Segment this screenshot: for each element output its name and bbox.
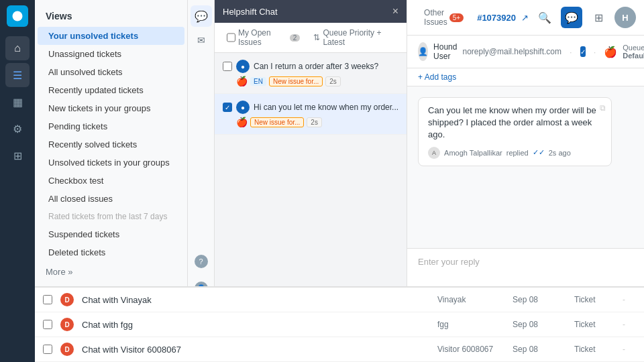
queue-tab-priority-label: Queue Priority + Latest — [323, 28, 394, 47]
ticket-2-title: Chat with Visitor 6008067 — [82, 345, 429, 355]
tag-time-1: 2s — [307, 117, 322, 127]
ticket-0-checkbox[interactable] — [43, 295, 52, 304]
nav-apps-icon[interactable]: ⊞ — [5, 143, 30, 168]
sidebar-more[interactable]: More » — [35, 261, 187, 282]
external-link-icon[interactable]: ↗ — [521, 13, 529, 23]
message-time: 2s ago — [549, 149, 571, 157]
ticket-2-type: Ticket — [574, 345, 614, 354]
sidebar-item-recently-solved[interactable]: Recently solved tickets — [38, 135, 184, 154]
sidebar-item-unsolved-groups[interactable]: Unsolved tickets in your groups — [38, 154, 184, 172]
tag-time-0: 2s — [325, 76, 341, 86]
ticket-2-requester: Visitor 6008067 — [437, 345, 504, 354]
ticket-0-status: D — [60, 293, 74, 306]
sidebar-item-deleted[interactable]: Deleted tickets — [38, 243, 184, 261]
ticket-1-title: Chat with fgg — [82, 320, 429, 330]
sidebar-item-all-unsolved[interactable]: All unsolved tickets — [38, 63, 184, 81]
queue-tabs: My Open Issues 2 ⇅ Queue Priority + Late… — [215, 23, 407, 53]
nav-settings-icon[interactable]: ⚙ — [5, 117, 30, 141]
nav-logo[interactable]: Z — [7, 5, 28, 27]
ticket-1-type: Ticket — [574, 320, 614, 329]
conv-user-avatar: 👤 — [418, 42, 428, 61]
ticket-row-0[interactable]: D Chat with Vinayak Vinayak Sep 08 Ticke… — [35, 288, 644, 312]
nav-home-icon[interactable]: ⌂ — [5, 36, 30, 60]
nav-reports-icon[interactable]: ▦ — [5, 90, 30, 114]
ticket-1-dash: - — [623, 320, 636, 329]
conv-header: 👤 Hound User noreply@mail.helpshift.com … — [407, 36, 644, 68]
ticket-2-date: Sep 08 — [513, 345, 566, 354]
conv-user-name: Hound User — [433, 42, 457, 61]
chat-item-0-icon: ● — [236, 60, 250, 73]
chat-modal-close-button[interactable]: × — [392, 5, 398, 17]
ticket-0-title: Chat with Vinayak — [82, 295, 429, 305]
sidebar-item-your-unsolved[interactable]: Your unsolved tickets — [38, 27, 184, 45]
ticket-0-date: Sep 08 — [513, 295, 566, 304]
ticket-0-requester: Vinayak — [437, 295, 504, 304]
ticket-row-2[interactable]: D Chat with Visitor 6008067 Visitor 6008… — [35, 337, 644, 362]
help-side-icon[interactable]: ? — [191, 251, 212, 272]
chat-item-1-checkbox[interactable]: ✓ — [223, 103, 232, 112]
conv-email: noreply@mail.helpshift.com — [462, 47, 561, 56]
chat-modal-header: Helpshift Chat × — [215, 0, 407, 23]
nav-views-icon[interactable]: ☰ — [5, 63, 30, 87]
apps-header-icon[interactable]: ⊞ — [588, 7, 609, 28]
conv-user-info: Hound User — [433, 42, 457, 61]
chat-item-1-icon: ● — [236, 101, 250, 114]
sidebar-item-checkbox-test[interactable]: Checkbox test — [38, 172, 184, 190]
tab-other-issues[interactable]: Other Issues 5+ — [416, 4, 472, 31]
queue-tab-priority[interactable]: ⇅ Queue Priority + Latest — [307, 23, 401, 52]
ticket-1-date: Sep 08 — [513, 320, 566, 329]
reply-textarea[interactable] — [407, 249, 644, 289]
separator-dot: · — [570, 47, 572, 57]
tag-new-1: New issue for... — [250, 117, 304, 127]
sidebar-item-unassigned[interactable]: Unassigned tickets — [38, 45, 184, 63]
ticket-list: D Chat with Vinayak Vinayak Sep 08 Ticke… — [35, 286, 644, 362]
copy-icon[interactable]: ⧉ — [600, 103, 606, 113]
apple-icon-0: 🍎 — [236, 76, 248, 86]
ticket-2-checkbox[interactable] — [43, 345, 52, 354]
tag-en-0: EN — [250, 77, 266, 86]
tag-new-0: New issue for... — [269, 76, 323, 86]
chat-item-1-title: Hi can you let me know when my order... — [254, 103, 398, 112]
sidebar-item-rated-tickets[interactable]: Rated tickets from the last 7 days — [38, 208, 184, 225]
queue-tab-checkbox[interactable] — [227, 33, 235, 42]
apple-brand-icon: 🍎 — [604, 46, 617, 58]
chat-item-0[interactable]: ● Can I return a order after 3 weeks? 🍎 … — [215, 53, 407, 94]
search-header-icon[interactable]: 🔍 — [534, 7, 555, 28]
sidebar-item-suspended[interactable]: Suspended tickets — [38, 225, 184, 243]
ticket-2-dash: - — [623, 345, 636, 354]
chat-item-0-checkbox[interactable] — [223, 62, 232, 71]
message-bubble-0: Can you let me know when my order will b… — [418, 97, 612, 166]
apple-icon-1: 🍎 — [236, 117, 248, 127]
ticket-1-checkbox[interactable] — [43, 320, 52, 329]
message-footer-0: A Amogh Talpallikar replied ✓✓ 2s ago — [428, 147, 602, 159]
sidebar-item-all-closed[interactable]: All closed issues — [38, 190, 184, 208]
chat-header-icon[interactable]: 💬 — [561, 7, 582, 28]
ticket-1-status: D — [60, 318, 74, 331]
ticket-id[interactable]: #1073920 — [477, 13, 516, 23]
queue-tab-my-open[interactable]: My Open Issues 2 — [220, 23, 307, 52]
message-action: replied — [506, 149, 529, 157]
message-check-icon: ✓✓ — [533, 148, 545, 157]
sidebar-item-pending[interactable]: Pending tickets — [38, 117, 184, 135]
separator-dot2: · — [594, 47, 596, 57]
add-tags-button[interactable]: + Add tags — [407, 68, 644, 86]
ticket-0-dash: - — [623, 295, 636, 304]
conv-verified-checkbox[interactable]: ✓ — [580, 46, 586, 57]
chat-item-0-title: Can I return a order after 3 weeks? — [254, 62, 398, 71]
sidebar-item-new-tickets-groups[interactable]: New tickets in your groups — [38, 99, 184, 117]
queue-tab-count: 2 — [290, 34, 301, 42]
ticket-row-1[interactable]: D Chat with fgg fgg Sep 08 Ticket - — [35, 312, 644, 337]
ticket-1-requester: fgg — [437, 320, 504, 329]
sidebar-item-recently-updated[interactable]: Recently updated tickets — [38, 81, 184, 99]
message-text-0: Can you let me know when my order will b… — [428, 105, 602, 141]
nav-bar: Z ⌂ ☰ ▦ ⚙ ⊞ — [0, 0, 35, 362]
chat-item-1[interactable]: ✓ ● Hi can you let me know when my order… — [215, 94, 407, 135]
other-issues-badge: 5+ — [449, 13, 464, 22]
user-avatar[interactable]: H — [614, 7, 636, 28]
chat-modal-title: Helpshift Chat — [223, 7, 278, 17]
header-actions: #1073920 ↗ 🔍 💬 ⊞ H — [477, 7, 636, 28]
mail-side-icon[interactable]: ✉ — [191, 29, 212, 51]
svg-text:Z: Z — [15, 13, 19, 19]
sender-name: Amogh Talpallikar — [444, 149, 502, 157]
chat-bubble-side-icon[interactable]: 💬 — [191, 5, 212, 27]
